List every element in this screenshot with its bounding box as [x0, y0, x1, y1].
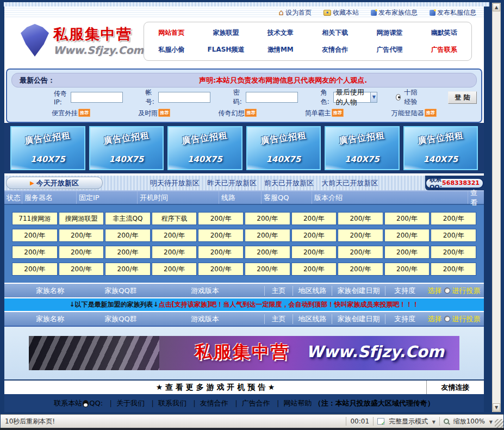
friend-links[interactable]: 友情连接 [426, 381, 484, 394]
nav-mm[interactable]: 激情MM [253, 45, 308, 54]
ad-banner[interactable]: 廣告位招租140X75 [89, 126, 164, 170]
nav-game-class[interactable]: 网游课堂 [362, 28, 416, 38]
slot-cell[interactable]: 200/年 [12, 229, 58, 242]
slot-cell[interactable]: 200/年 [338, 229, 383, 242]
newzone-link-daybefore[interactable]: 前天已开放新区 [264, 179, 314, 187]
select-label[interactable]: 选择 [428, 314, 442, 324]
slot-cell[interactable]: 200/年 [338, 212, 383, 225]
more-schedule-link[interactable]: ★ 查 看 更 多 游 戏 开 机 预 告 ★ [4, 381, 426, 394]
slot-cell[interactable]: 200/年 [245, 212, 290, 225]
slot-cell[interactable]: 200/年 [245, 263, 290, 276]
slot-cell[interactable]: 程序下载 [152, 212, 197, 225]
slot-cell[interactable]: 200/年 [198, 212, 244, 225]
slot-cell[interactable]: 200/年 [384, 229, 430, 242]
slot-cell[interactable]: 200/年 [384, 263, 430, 276]
nav-family-union[interactable]: 家族联盟 [198, 28, 253, 38]
footer-link-coop[interactable]: 友情合作 [200, 399, 228, 407]
quick-link-huanxiang[interactable]: 传奇幻想推荐 [218, 109, 257, 118]
nav-tech-articles[interactable]: 技术文章 [253, 28, 308, 38]
footer-link-ad[interactable]: 广告合作 [242, 399, 270, 407]
add-favorite-link[interactable]: ✶ 收藏本站 [323, 8, 359, 17]
slot-cell[interactable]: 200/年 [245, 246, 290, 259]
slot-cell[interactable]: 200/年 [12, 263, 58, 276]
slot-cell[interactable]: 200/年 [198, 263, 244, 276]
footer-link-help[interactable]: 网站帮助 [284, 399, 312, 407]
scroll-up-button[interactable]: ▲ [493, 3, 500, 11]
quick-link-jishiyu[interactable]: 及时雨推荐 [138, 109, 170, 118]
slot-cell[interactable]: 200/年 [105, 263, 151, 276]
slot-cell[interactable]: 200/年 [338, 263, 383, 276]
slot-cell[interactable]: 200/年 [431, 246, 476, 259]
slot-cell[interactable]: 200/年 [245, 229, 290, 242]
newzone-link-yesterday[interactable]: 昨天已开放新区 [207, 179, 257, 187]
newzone-link-earlier[interactable]: 大前天已开放新区 [321, 179, 378, 187]
quick-link-denglu[interactable]: 万能登陆器推荐 [391, 109, 437, 118]
scroll-down-button[interactable]: ▼ [493, 403, 500, 412]
ip-input[interactable] [71, 92, 123, 103]
slot-cell[interactable]: 200/年 [198, 246, 244, 259]
publish-sifu-link[interactable]: 发布私服信息 [430, 8, 476, 17]
today-newzone-tab[interactable]: ▶ 今天开放新区 [6, 177, 103, 189]
slot-cell[interactable]: 200/年 [59, 229, 104, 242]
slot-cell[interactable]: 200/年 [152, 246, 197, 259]
resize-grip[interactable] [495, 419, 503, 428]
quick-link-bazhu[interactable]: 简单霸主推荐 [305, 109, 344, 118]
account-input[interactable] [158, 92, 210, 103]
vote-link[interactable]: 进行投票 [452, 286, 481, 296]
nav-cooperation[interactable]: 友情合作 [308, 45, 362, 54]
slot-cell[interactable]: 200/年 [152, 263, 197, 276]
ad-banner[interactable]: 廣告位招租140X75 [10, 126, 85, 170]
slot-cell[interactable]: 711搜网游 [12, 212, 58, 225]
nav-flash[interactable]: FLASH频道 [198, 45, 253, 54]
slot-cell[interactable]: 200/年 [59, 246, 104, 259]
nav-sifu-thief[interactable]: 私服小偷 [144, 45, 198, 54]
scrollbar-track[interactable] [493, 11, 500, 403]
nav-ad-agent[interactable]: 广告代理 [362, 45, 416, 54]
slot-cell[interactable]: 搜网游联盟 [59, 212, 104, 225]
ad-banner[interactable]: 廣告位招租140X75 [167, 126, 242, 170]
contact-qq-button[interactable]: 联系QQ: 568338321 [425, 178, 484, 189]
ad-banner[interactable]: 廣告位招租140X75 [246, 126, 321, 170]
ad-banner[interactable]: 廣告位招租140X75 [325, 126, 400, 170]
slot-cell[interactable]: 200/年 [105, 246, 151, 259]
nav-ad-contact[interactable]: 广告联系 [417, 45, 471, 54]
vertical-scrollbar[interactable]: ▲ ▼ [492, 3, 501, 412]
vote-radio[interactable] [444, 288, 450, 294]
slot-cell[interactable]: 非主流QQ [105, 212, 151, 225]
slot-cell[interactable]: 200/年 [291, 263, 337, 276]
slot-cell[interactable]: 200/年 [105, 229, 151, 242]
footer-link-about[interactable]: 关于我们 [116, 399, 145, 407]
exp-radio[interactable] [396, 94, 401, 101]
nav-home[interactable]: 网站首页 [144, 28, 198, 38]
login-button[interactable]: 登 陆 [448, 91, 477, 104]
vote-link[interactable]: 进行投票 [452, 314, 481, 324]
quick-link-waigua[interactable]: 便宜外挂推荐 [52, 109, 90, 118]
nav-downloads[interactable]: 相关下载 [308, 28, 362, 38]
slot-cell[interactable]: 200/年 [384, 246, 430, 259]
footer-link-contact[interactable]: 联系我们 [158, 399, 186, 407]
select-label[interactable]: 选择 [428, 286, 442, 296]
slot-cell[interactable]: 200/年 [198, 229, 244, 242]
slot-cell[interactable]: 200/年 [431, 212, 476, 225]
slot-cell[interactable]: 200/年 [152, 229, 197, 242]
zoom-button[interactable]: 缩放100% ▼ [444, 417, 493, 426]
display-mode-button[interactable]: 完整显示模式 ▼ [377, 417, 435, 426]
slot-cell[interactable]: 200/年 [291, 229, 337, 242]
vote-radio[interactable] [444, 316, 450, 322]
set-home-link[interactable]: ⌂ 设为首页 [278, 8, 312, 17]
site-logo[interactable]: 私服集中营 Www.Sfjzy.Com [21, 24, 144, 57]
slot-cell[interactable]: 200/年 [431, 263, 476, 276]
newzone-link-tomorrow[interactable]: 明天待开放新区 [150, 179, 200, 187]
slot-cell[interactable]: 200/年 [338, 246, 383, 259]
slot-cell[interactable]: 200/年 [59, 263, 104, 276]
site-banner[interactable]: 私服集中营 Www.Sfjzy.Com [29, 336, 459, 370]
slot-cell[interactable]: 200/年 [291, 212, 337, 225]
slot-cell[interactable]: 200/年 [12, 246, 58, 259]
publish-family-link[interactable]: 发布家族信息 [371, 8, 418, 17]
role-select[interactable]: 最后使用的人物 ▼ [333, 92, 378, 103]
ad-banner[interactable]: 廣告位招租140X75 [403, 126, 478, 170]
password-input[interactable] [246, 92, 298, 103]
slot-cell[interactable]: 200/年 [291, 246, 337, 259]
nav-jokes[interactable]: 幽默笑话 [417, 28, 471, 38]
slot-cell[interactable]: 200/年 [431, 229, 476, 242]
